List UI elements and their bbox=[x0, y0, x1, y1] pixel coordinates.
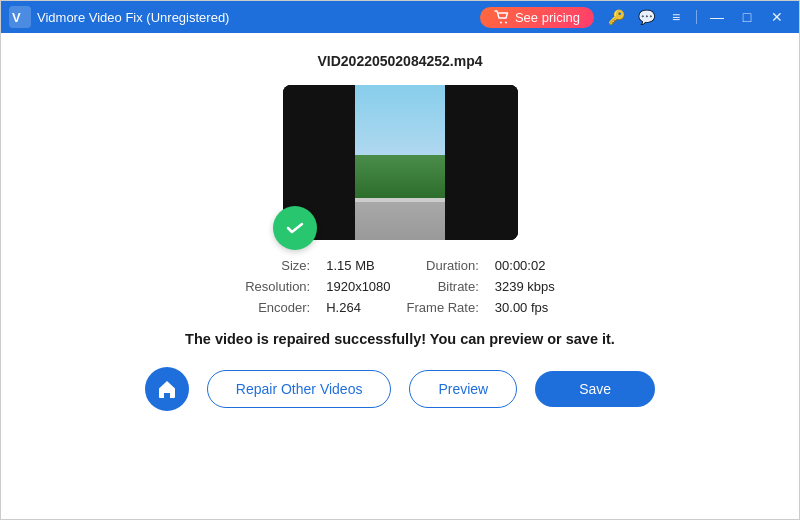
key-button[interactable]: 🔑 bbox=[602, 6, 630, 28]
resolution-label: Resolution: bbox=[245, 279, 310, 294]
file-name: VID20220502084252.mp4 bbox=[317, 53, 482, 69]
framerate-value: 30.00 fps bbox=[495, 300, 555, 315]
svg-text:V: V bbox=[12, 10, 21, 25]
duration-label: Duration: bbox=[407, 258, 479, 273]
minimize-button[interactable]: — bbox=[703, 6, 731, 28]
svg-point-3 bbox=[505, 22, 507, 24]
sky bbox=[355, 85, 445, 155]
success-message: The video is repaired successfully! You … bbox=[185, 331, 615, 347]
pricing-label: See pricing bbox=[515, 10, 580, 25]
bitrate-value: 3239 kbps bbox=[495, 279, 555, 294]
see-pricing-button[interactable]: See pricing bbox=[480, 7, 594, 28]
feedback-button[interactable]: 💬 bbox=[632, 6, 660, 28]
hills bbox=[355, 155, 445, 198]
window-controls: 🔑 💬 ≡ — □ ✕ bbox=[602, 6, 791, 28]
framerate-label: Frame Rate: bbox=[407, 300, 479, 315]
maximize-button[interactable]: □ bbox=[733, 6, 761, 28]
checkmark-icon bbox=[283, 216, 307, 240]
menu-button[interactable]: ≡ bbox=[662, 6, 690, 28]
video-thumbnail-wrapper bbox=[283, 85, 518, 240]
road bbox=[355, 198, 445, 240]
titlebar: V Vidmore Video Fix (Unregistered) See p… bbox=[1, 1, 799, 33]
cart-icon bbox=[494, 10, 510, 24]
app-title: Vidmore Video Fix (Unregistered) bbox=[37, 10, 480, 25]
file-info-grid: Size: 1.15 MB Duration: 00:00:02 Resolut… bbox=[245, 258, 555, 315]
encoder-value: H.264 bbox=[326, 300, 390, 315]
size-value: 1.15 MB bbox=[326, 258, 390, 273]
video-thumb bbox=[355, 85, 445, 240]
guardrail bbox=[355, 198, 445, 202]
svg-point-2 bbox=[500, 22, 502, 24]
black-right bbox=[445, 85, 518, 240]
close-button[interactable]: ✕ bbox=[763, 6, 791, 28]
app-logo: V bbox=[9, 6, 31, 28]
repair-other-button[interactable]: Repair Other Videos bbox=[207, 370, 392, 408]
home-icon bbox=[156, 378, 178, 400]
preview-button[interactable]: Preview bbox=[409, 370, 517, 408]
resolution-value: 1920x1080 bbox=[326, 279, 390, 294]
separator bbox=[696, 10, 697, 24]
duration-value: 00:00:02 bbox=[495, 258, 555, 273]
video-inner bbox=[283, 85, 518, 240]
main-content: VID20220502084252.mp4 Size: 1.1 bbox=[1, 33, 799, 519]
size-label: Size: bbox=[245, 258, 310, 273]
encoder-label: Encoder: bbox=[245, 300, 310, 315]
bitrate-label: Bitrate: bbox=[407, 279, 479, 294]
save-button[interactable]: Save bbox=[535, 371, 655, 407]
action-buttons: Repair Other Videos Preview Save bbox=[145, 367, 655, 419]
success-badge bbox=[273, 206, 317, 250]
home-button[interactable] bbox=[145, 367, 189, 411]
